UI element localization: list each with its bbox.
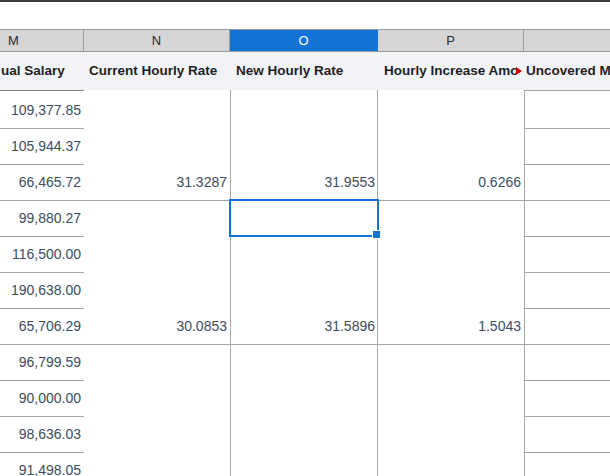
cell[interactable]	[84, 200, 230, 236]
cell[interactable]	[84, 128, 230, 164]
cell[interactable]: 0.6266	[378, 164, 524, 200]
table-row: 65,706.2930.085331.58961.5043	[0, 308, 610, 344]
cell[interactable]	[230, 128, 378, 164]
cell[interactable]: 109,377.85	[0, 92, 84, 128]
cell[interactable]: 98,636.03	[0, 416, 84, 452]
cell[interactable]: 30.0853	[84, 308, 230, 344]
cell[interactable]	[230, 416, 378, 452]
cell[interactable]: 90,000.00	[0, 380, 84, 416]
cell[interactable]: 31.9553	[230, 164, 378, 200]
cell[interactable]	[84, 92, 230, 128]
table-row: 91,498.05	[0, 452, 610, 476]
cell[interactable]: 31.3287	[84, 164, 230, 200]
cell[interactable]	[84, 236, 230, 272]
cell[interactable]	[84, 452, 230, 476]
cell[interactable]	[378, 236, 524, 272]
cell[interactable]	[378, 380, 524, 416]
cell[interactable]	[378, 200, 524, 236]
cell[interactable]	[378, 344, 524, 380]
cell[interactable]	[230, 344, 378, 380]
cell[interactable]	[230, 92, 378, 128]
cell[interactable]	[378, 416, 524, 452]
spreadsheet-view: M N O P ual Salary Current Hourly Rate N…	[0, 0, 610, 476]
cell[interactable]: 66,465.72	[0, 164, 84, 200]
cell[interactable]	[378, 272, 524, 308]
cell[interactable]: 91,498.05	[0, 452, 84, 476]
cell[interactable]	[84, 416, 230, 452]
cell[interactable]: 1.5043	[378, 308, 524, 344]
cell[interactable]	[84, 344, 230, 380]
cell[interactable]: 116,500.00	[0, 236, 84, 272]
cell[interactable]	[230, 272, 378, 308]
fill-handle[interactable]	[372, 230, 381, 239]
table-row: 116,500.00	[0, 236, 610, 272]
table-row: 96,799.59	[0, 344, 610, 380]
cell[interactable]: 190,638.00	[0, 272, 84, 308]
table-row: 105,944.37	[0, 128, 610, 164]
cell[interactable]	[84, 272, 230, 308]
table-row: 98,636.03	[0, 416, 610, 452]
cell[interactable]: 65,706.29	[0, 308, 84, 344]
cell[interactable]: 105,944.37	[0, 128, 84, 164]
sheet-grid: 109,377.85105,944.3766,465.7231.328731.9…	[0, 0, 610, 476]
cell[interactable]: 99,880.27	[0, 200, 84, 236]
cell[interactable]	[230, 452, 378, 476]
cell[interactable]	[378, 452, 524, 476]
cell[interactable]	[84, 380, 230, 416]
cell[interactable]: 31.5896	[230, 308, 378, 344]
cell[interactable]	[378, 128, 524, 164]
table-row: 109,377.85	[0, 92, 610, 128]
table-row: 90,000.00	[0, 380, 610, 416]
cell[interactable]	[378, 92, 524, 128]
table-row: 190,638.00	[0, 272, 610, 308]
cell[interactable]	[230, 380, 378, 416]
table-row: 66,465.7231.328731.95530.6266	[0, 164, 610, 200]
active-cell-selection	[229, 199, 379, 237]
cell[interactable]	[230, 236, 378, 272]
cell[interactable]: 96,799.59	[0, 344, 84, 380]
